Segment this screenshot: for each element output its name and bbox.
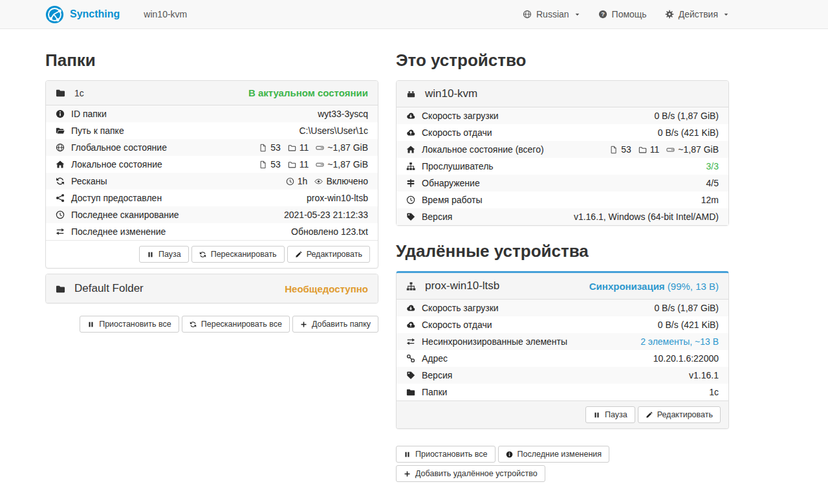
folder-icon: [56, 284, 65, 294]
upload-rate-row: Скорость отдачи0 B/s (421 KiB): [397, 124, 728, 141]
row-label: Скорость отдачи: [406, 127, 492, 138]
pause-all-devices-button[interactable]: Приостановить все: [396, 446, 496, 463]
pause-all-folders-button[interactable]: Приостановить все: [80, 316, 179, 333]
remote-device-header[interactable]: prox-win10-ltsb Синхронизация (99%, 13 B…: [397, 273, 728, 300]
button-label: Пауза: [158, 250, 181, 259]
button-label: Редактировать: [307, 250, 362, 259]
rescan-folder-button[interactable]: Пересканировать: [191, 246, 285, 263]
folder-actions: ПаузаПересканироватьРедактировать: [46, 240, 378, 268]
hdd-icon: [666, 146, 675, 154]
pencil-icon: [646, 411, 653, 419]
version-row: Версияv1.16.1: [397, 367, 728, 384]
folder-panel-header[interactable]: 1c В актуальном состоянии: [46, 81, 378, 105]
button-label: Приостановить все: [415, 450, 488, 459]
actions-menu[interactable]: Действия: [665, 9, 729, 19]
edit-folder-button[interactable]: Редактировать: [287, 246, 370, 263]
pause-icon: [593, 411, 600, 419]
folder-name: Default Folder: [74, 282, 144, 295]
row-value: 5311~1,87 GiB: [259, 159, 368, 170]
home-icon: [406, 145, 415, 154]
syncthing-brand[interactable]: Syncthing: [45, 5, 120, 24]
version-row: Версияv1.16.1, Windows (64-bit Intel/AMD…: [397, 208, 728, 225]
button-label: Редактировать: [657, 410, 713, 419]
folders-footer-actions: Приостановить всеПересканировать всеДоба…: [45, 316, 378, 333]
help-menu[interactable]: ? Помощь: [598, 9, 647, 19]
row-label: Скорость загрузки: [406, 303, 499, 313]
folder-status-badge: Необщедоступно: [285, 283, 368, 294]
folder-name: 1c: [74, 88, 84, 98]
folder-icon: [406, 388, 415, 397]
file-icon: [259, 160, 267, 169]
device-panel-header[interactable]: win10-kvm: [397, 81, 728, 107]
share-icon: [56, 193, 65, 203]
value-part: ~1,87 GiB: [316, 159, 368, 170]
row-label: Последнее сканирование: [56, 210, 179, 220]
row-value: Обновлено 123.txt: [291, 226, 368, 237]
row-label: Папки: [406, 387, 447, 397]
row-value[interactable]: 2 элементы, ~13 B: [640, 336, 719, 347]
row-value: 0 B/s (421 KiB): [658, 127, 719, 138]
row-label: Скорость загрузки: [406, 111, 499, 121]
actions-menu-label: Действия: [679, 9, 718, 19]
rescan-all-button[interactable]: Пересканировать все: [182, 316, 290, 333]
button-label: Добавить удалённое устройство: [415, 469, 538, 478]
refresh-icon: [199, 251, 206, 258]
navbar-device-name: win10-kvm: [144, 9, 187, 19]
chevron-down-icon: [574, 12, 580, 17]
this-device-title: Это устройство: [396, 50, 729, 71]
value-part: 11: [288, 159, 309, 170]
row-label: Обнаружение: [406, 178, 480, 188]
clock-icon: [286, 177, 294, 186]
value-part: ~1,87 GiB: [316, 142, 368, 153]
edit-device-button[interactable]: Редактировать: [638, 406, 721, 423]
language-menu[interactable]: Russian: [523, 9, 580, 19]
row-label: Версия: [406, 212, 452, 222]
value-part: Включено: [314, 176, 368, 186]
recent-changes-button[interactable]: Последние изменения: [498, 446, 610, 463]
refresh-icon: [56, 177, 65, 186]
globe-icon: [523, 10, 532, 19]
row-value: C:\Users\User\1c: [299, 126, 368, 136]
folder-panel-header[interactable]: Default Folder Необщедоступно: [46, 274, 378, 303]
row-value: 0 B/s (1,87 GiB): [654, 303, 719, 313]
rescans-row: Ресканы1hВключено: [46, 173, 378, 190]
last-change-row: Последнее изменениеОбновлено 123.txt: [46, 223, 378, 240]
cloud-down-icon: [406, 111, 415, 120]
folder-details-table: ID папкиwyt33-3yscqПуть к папкеC:\Users\…: [46, 105, 378, 240]
row-value: v1.16.1: [689, 370, 719, 380]
info-circle-icon: [56, 109, 65, 118]
add-remote-device-button[interactable]: Добавить удалённое устройство: [396, 465, 545, 482]
download-rate-row: Скорость загрузки0 B/s (1,87 GiB): [397, 300, 728, 316]
folder-o-icon: [288, 160, 296, 169]
row-label: Версия: [406, 370, 452, 380]
remote-devices-title: Удалённые устройства: [396, 241, 729, 261]
row-value: v1.16.1, Windows (64-bit Intel/AMD): [574, 212, 719, 222]
row-label: Доступ предоставлен: [56, 193, 162, 203]
folder-path-row: Путь к папкеC:\Users\User\1c: [46, 122, 378, 139]
pause-icon: [404, 451, 411, 458]
discovery-row: Обнаружение4/5: [397, 175, 728, 192]
cloud-up-icon: [406, 320, 415, 329]
shared-with-row: Доступ предоставленprox-win10-ltsb: [46, 190, 378, 206]
row-value: 1c: [709, 387, 719, 397]
gear-icon: [665, 10, 674, 19]
refresh-icon: [190, 321, 197, 328]
pause-device-button[interactable]: Пауза: [585, 406, 635, 423]
row-label: Локальное состояние: [56, 159, 162, 170]
add-folder-button[interactable]: Добавить папку: [292, 316, 378, 333]
syncthing-logo-icon: [45, 5, 64, 24]
value-part: ~1,87 GiB: [666, 144, 719, 155]
row-value: 4/5: [706, 178, 719, 188]
file-icon: [259, 144, 267, 152]
upload-rate-row: Скорость отдачи0 B/s (421 KiB): [397, 316, 728, 333]
hdd-icon: [316, 160, 324, 169]
download-rate-row: Скорость загрузки0 B/s (1,87 GiB): [397, 107, 728, 124]
button-label: Пересканировать: [211, 250, 277, 259]
row-label: Скорость отдачи: [406, 320, 492, 330]
button-label: Приостановить все: [99, 320, 171, 329]
devices-column: Это устройство win10-kvm Скорость загруз…: [396, 29, 729, 482]
address-row: Адрес10.20.1.6:22000: [397, 350, 728, 367]
file-icon: [609, 146, 618, 154]
button-label: Пауза: [605, 410, 627, 419]
pause-folder-button[interactable]: Пауза: [139, 246, 189, 263]
